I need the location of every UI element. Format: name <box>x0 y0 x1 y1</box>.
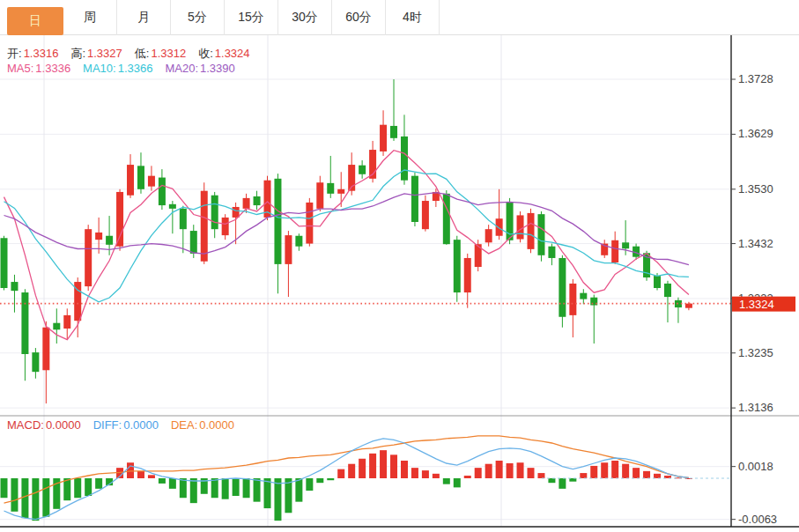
candle-body <box>580 293 587 299</box>
macd-legend-item: DEA:0.0000 <box>171 418 234 432</box>
macd-hist-bar <box>369 454 376 478</box>
candle-body <box>411 176 418 222</box>
candle-body <box>537 214 544 255</box>
macd-axis-label: 0.0018 <box>738 460 773 473</box>
macd-hist-bar <box>274 478 281 521</box>
tab-15min[interactable]: 15分 <box>225 0 278 35</box>
candle-body <box>21 292 28 354</box>
candle-body <box>85 229 92 286</box>
ma-legend-item: MA20:1.3390 <box>165 62 234 75</box>
macd-hist-bar <box>254 478 261 502</box>
tab-60min[interactable]: 60分 <box>332 0 386 35</box>
candle-body <box>337 189 344 194</box>
ohlc-legend: 开:1.3316高:1.3327低:1.3312收:1.3324 <box>7 46 263 62</box>
tab-4hour[interactable]: 4时 <box>386 0 440 35</box>
candle-body <box>95 233 102 240</box>
ma-legend: MA5:1.3336MA10:1.3366MA20:1.3390 <box>7 62 248 75</box>
ohlc-legend-item: 收:1.3324 <box>198 47 249 60</box>
macd-hist-bar <box>180 478 187 498</box>
macd-hist-bar <box>264 478 271 508</box>
candle-body <box>116 192 123 247</box>
macd-hist-bar <box>359 459 366 478</box>
macd-hist-bar <box>306 478 313 491</box>
candle-body <box>464 258 471 292</box>
candle-body <box>422 201 429 229</box>
candlestick-chart[interactable]: 1.37281.36291.35301.34321.33331.32351.31… <box>0 0 799 532</box>
legend-label: 低: <box>135 47 150 60</box>
price-axis-label: 1.3136 <box>738 401 773 414</box>
candle-body <box>295 236 302 247</box>
legend-label: MACD: <box>7 418 44 432</box>
macd-hist-bar <box>316 478 323 483</box>
macd-hist-bar <box>507 463 514 478</box>
candle-body <box>63 315 70 329</box>
tab-30min[interactable]: 30分 <box>278 0 332 35</box>
macd-hist-bar <box>148 475 155 478</box>
candle-body <box>559 258 566 317</box>
candle-body <box>327 183 334 194</box>
legend-label: 高: <box>70 47 85 60</box>
legend-value: 0.0000 <box>199 418 234 432</box>
candle-body <box>675 300 682 307</box>
tab-week[interactable]: 周 <box>63 0 117 35</box>
candle-body <box>201 191 208 262</box>
candle-body <box>222 218 229 235</box>
macd-hist-bar <box>580 473 587 478</box>
candle-body <box>316 182 323 209</box>
macd-hist-bar <box>411 468 418 478</box>
macd-hist-bar <box>548 478 555 483</box>
candle-body <box>528 213 535 249</box>
macd-hist-bar <box>569 478 576 482</box>
candle-body <box>390 126 397 138</box>
legend-value: 1.3324 <box>215 47 250 60</box>
ohlc-legend-item: 开:1.3316 <box>7 47 58 60</box>
macd-hist-bar <box>528 468 535 478</box>
legend-value: 0.0000 <box>46 418 81 432</box>
candle-body <box>169 204 176 209</box>
macd-hist-bar <box>485 464 492 478</box>
candle-body <box>611 240 618 262</box>
candle-body <box>159 178 166 206</box>
legend-value: 1.3336 <box>35 62 70 75</box>
macd-hist-bar <box>32 478 39 521</box>
candle-body <box>106 236 113 245</box>
tab-month[interactable]: 月 <box>117 0 171 35</box>
legend-label: DEA: <box>171 418 197 432</box>
candle-body <box>359 166 366 174</box>
tab-day[interactable]: 日 <box>7 7 63 35</box>
macd-legend-item: MACD:0.0000 <box>7 418 81 432</box>
candle-body <box>243 198 250 209</box>
dea-line <box>4 436 689 503</box>
candle-body <box>380 125 387 151</box>
legend-value: 1.3390 <box>200 62 235 75</box>
macd-hist-bar <box>1 478 8 498</box>
macd-hist-bar <box>21 478 28 518</box>
candle-body <box>148 176 155 187</box>
ohlc-legend-item: 高:1.3327 <box>70 47 122 60</box>
macd-hist-bar <box>633 468 640 478</box>
macd-hist-bar <box>95 478 102 489</box>
macd-hist-bar <box>222 478 229 499</box>
legend-label: DIFF: <box>93 418 122 432</box>
macd-legend-item: DIFF:0.0000 <box>93 418 159 432</box>
legend-value: 1.3312 <box>151 47 186 60</box>
trading-chart-app: 1.37281.36291.35301.34321.33331.32351.31… <box>0 0 799 532</box>
candle-body <box>32 352 39 372</box>
candle-body <box>548 247 555 258</box>
ma-legend-item: MA5:1.3336 <box>7 62 70 75</box>
candle-body <box>654 276 661 288</box>
candle-body <box>485 229 492 242</box>
macd-hist-bar <box>464 476 471 478</box>
candle-body <box>685 304 692 308</box>
macd-hist-bar <box>390 454 397 478</box>
macd-hist-bar <box>611 461 618 478</box>
tab-5min[interactable]: 5分 <box>171 0 225 35</box>
price-axis-label: 1.3629 <box>738 127 773 140</box>
candle-body <box>190 231 197 254</box>
macd-hist-bar <box>63 478 70 500</box>
candle-body <box>1 238 8 288</box>
macd-hist-bar <box>559 478 566 489</box>
candle-body <box>254 196 261 205</box>
macd-hist-bar <box>211 478 218 498</box>
macd-hist-bar <box>169 478 176 489</box>
